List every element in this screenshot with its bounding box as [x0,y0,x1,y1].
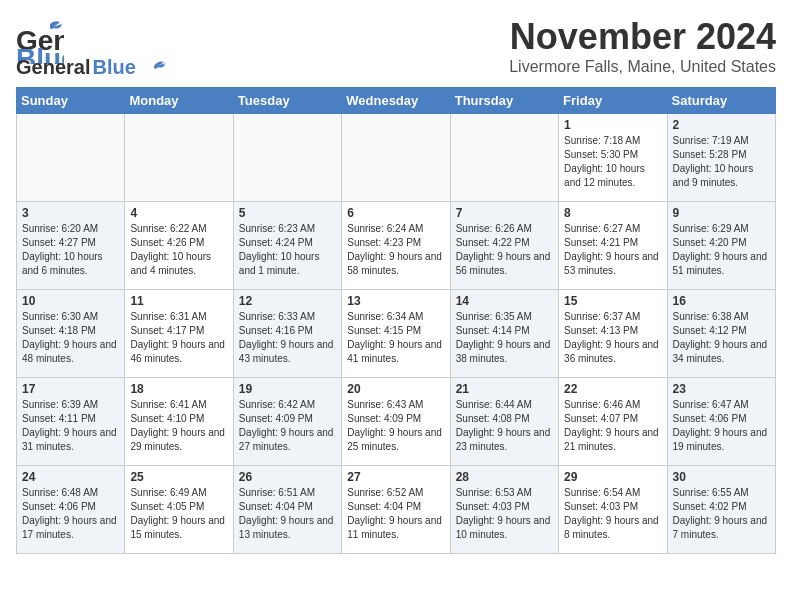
calendar-cell: 26Sunrise: 6:51 AM Sunset: 4:04 PM Dayli… [233,466,341,554]
calendar-table: SundayMondayTuesdayWednesdayThursdayFrid… [16,87,776,554]
calendar-cell [342,114,450,202]
day-info: Sunrise: 6:37 AM Sunset: 4:13 PM Dayligh… [564,310,661,366]
weekday-header-sunday: Sunday [17,88,125,114]
day-number: 16 [673,294,770,308]
day-number: 21 [456,382,553,396]
calendar-week-4: 17Sunrise: 6:39 AM Sunset: 4:11 PM Dayli… [17,378,776,466]
day-number: 23 [673,382,770,396]
calendar-cell: 12Sunrise: 6:33 AM Sunset: 4:16 PM Dayli… [233,290,341,378]
calendar-cell: 13Sunrise: 6:34 AM Sunset: 4:15 PM Dayli… [342,290,450,378]
day-number: 17 [22,382,119,396]
calendar-cell: 7Sunrise: 6:26 AM Sunset: 4:22 PM Daylig… [450,202,558,290]
calendar-cell: 16Sunrise: 6:38 AM Sunset: 4:12 PM Dayli… [667,290,775,378]
day-info: Sunrise: 6:33 AM Sunset: 4:16 PM Dayligh… [239,310,336,366]
weekday-header-thursday: Thursday [450,88,558,114]
day-number: 30 [673,470,770,484]
day-info: Sunrise: 6:44 AM Sunset: 4:08 PM Dayligh… [456,398,553,454]
day-number: 3 [22,206,119,220]
day-info: Sunrise: 6:27 AM Sunset: 4:21 PM Dayligh… [564,222,661,278]
calendar-cell [450,114,558,202]
day-info: Sunrise: 6:41 AM Sunset: 4:10 PM Dayligh… [130,398,227,454]
day-info: Sunrise: 6:30 AM Sunset: 4:18 PM Dayligh… [22,310,119,366]
day-number: 25 [130,470,227,484]
page-header: General Blue General Blue November 2024 … [16,16,776,79]
weekday-header-saturday: Saturday [667,88,775,114]
day-number: 9 [673,206,770,220]
day-number: 18 [130,382,227,396]
calendar-cell: 22Sunrise: 6:46 AM Sunset: 4:07 PM Dayli… [559,378,667,466]
day-number: 14 [456,294,553,308]
day-info: Sunrise: 6:42 AM Sunset: 4:09 PM Dayligh… [239,398,336,454]
day-info: Sunrise: 6:49 AM Sunset: 4:05 PM Dayligh… [130,486,227,542]
calendar-cell: 3Sunrise: 6:20 AM Sunset: 4:27 PM Daylig… [17,202,125,290]
calendar-cell: 4Sunrise: 6:22 AM Sunset: 4:26 PM Daylig… [125,202,233,290]
day-info: Sunrise: 6:26 AM Sunset: 4:22 PM Dayligh… [456,222,553,278]
day-number: 20 [347,382,444,396]
day-info: Sunrise: 6:38 AM Sunset: 4:12 PM Dayligh… [673,310,770,366]
month-title: November 2024 [509,16,776,58]
weekday-header-row: SundayMondayTuesdayWednesdayThursdayFrid… [17,88,776,114]
calendar-cell: 23Sunrise: 6:47 AM Sunset: 4:06 PM Dayli… [667,378,775,466]
calendar-cell: 6Sunrise: 6:24 AM Sunset: 4:23 PM Daylig… [342,202,450,290]
calendar-cell [233,114,341,202]
calendar-week-2: 3Sunrise: 6:20 AM Sunset: 4:27 PM Daylig… [17,202,776,290]
day-number: 2 [673,118,770,132]
day-info: Sunrise: 6:22 AM Sunset: 4:26 PM Dayligh… [130,222,227,278]
day-info: Sunrise: 6:20 AM Sunset: 4:27 PM Dayligh… [22,222,119,278]
calendar-cell: 9Sunrise: 6:29 AM Sunset: 4:20 PM Daylig… [667,202,775,290]
weekday-header-wednesday: Wednesday [342,88,450,114]
day-number: 24 [22,470,119,484]
weekday-header-friday: Friday [559,88,667,114]
day-number: 27 [347,470,444,484]
calendar-cell: 29Sunrise: 6:54 AM Sunset: 4:03 PM Dayli… [559,466,667,554]
day-number: 19 [239,382,336,396]
day-number: 13 [347,294,444,308]
title-area: November 2024 Livermore Falls, Maine, Un… [509,16,776,76]
day-number: 28 [456,470,553,484]
calendar-cell: 28Sunrise: 6:53 AM Sunset: 4:03 PM Dayli… [450,466,558,554]
calendar-cell: 18Sunrise: 6:41 AM Sunset: 4:10 PM Dayli… [125,378,233,466]
day-info: Sunrise: 6:51 AM Sunset: 4:04 PM Dayligh… [239,486,336,542]
logo-blue: Blue [92,56,135,79]
day-number: 8 [564,206,661,220]
day-info: Sunrise: 7:19 AM Sunset: 5:28 PM Dayligh… [673,134,770,190]
day-info: Sunrise: 6:48 AM Sunset: 4:06 PM Dayligh… [22,486,119,542]
calendar-cell: 19Sunrise: 6:42 AM Sunset: 4:09 PM Dayli… [233,378,341,466]
calendar-cell: 11Sunrise: 6:31 AM Sunset: 4:17 PM Dayli… [125,290,233,378]
calendar-week-5: 24Sunrise: 6:48 AM Sunset: 4:06 PM Dayli… [17,466,776,554]
calendar-cell: 2Sunrise: 7:19 AM Sunset: 5:28 PM Daylig… [667,114,775,202]
calendar-cell [17,114,125,202]
day-info: Sunrise: 6:54 AM Sunset: 4:03 PM Dayligh… [564,486,661,542]
calendar-cell: 14Sunrise: 6:35 AM Sunset: 4:14 PM Dayli… [450,290,558,378]
day-number: 29 [564,470,661,484]
day-info: Sunrise: 6:29 AM Sunset: 4:20 PM Dayligh… [673,222,770,278]
calendar-cell: 30Sunrise: 6:55 AM Sunset: 4:02 PM Dayli… [667,466,775,554]
day-number: 5 [239,206,336,220]
day-info: Sunrise: 6:43 AM Sunset: 4:09 PM Dayligh… [347,398,444,454]
weekday-header-monday: Monday [125,88,233,114]
calendar-cell [125,114,233,202]
day-number: 6 [347,206,444,220]
calendar-cell: 1Sunrise: 7:18 AM Sunset: 5:30 PM Daylig… [559,114,667,202]
day-info: Sunrise: 7:18 AM Sunset: 5:30 PM Dayligh… [564,134,661,190]
logo-bird-icon [142,58,166,78]
day-info: Sunrise: 6:34 AM Sunset: 4:15 PM Dayligh… [347,310,444,366]
day-number: 26 [239,470,336,484]
calendar-week-3: 10Sunrise: 6:30 AM Sunset: 4:18 PM Dayli… [17,290,776,378]
day-info: Sunrise: 6:55 AM Sunset: 4:02 PM Dayligh… [673,486,770,542]
day-number: 22 [564,382,661,396]
day-number: 1 [564,118,661,132]
day-info: Sunrise: 6:39 AM Sunset: 4:11 PM Dayligh… [22,398,119,454]
day-number: 15 [564,294,661,308]
calendar-week-1: 1Sunrise: 7:18 AM Sunset: 5:30 PM Daylig… [17,114,776,202]
day-number: 11 [130,294,227,308]
day-number: 12 [239,294,336,308]
calendar-cell: 25Sunrise: 6:49 AM Sunset: 4:05 PM Dayli… [125,466,233,554]
calendar-cell: 24Sunrise: 6:48 AM Sunset: 4:06 PM Dayli… [17,466,125,554]
calendar-cell: 20Sunrise: 6:43 AM Sunset: 4:09 PM Dayli… [342,378,450,466]
day-info: Sunrise: 6:24 AM Sunset: 4:23 PM Dayligh… [347,222,444,278]
weekday-header-tuesday: Tuesday [233,88,341,114]
calendar-cell: 21Sunrise: 6:44 AM Sunset: 4:08 PM Dayli… [450,378,558,466]
calendar-cell: 5Sunrise: 6:23 AM Sunset: 4:24 PM Daylig… [233,202,341,290]
day-info: Sunrise: 6:47 AM Sunset: 4:06 PM Dayligh… [673,398,770,454]
